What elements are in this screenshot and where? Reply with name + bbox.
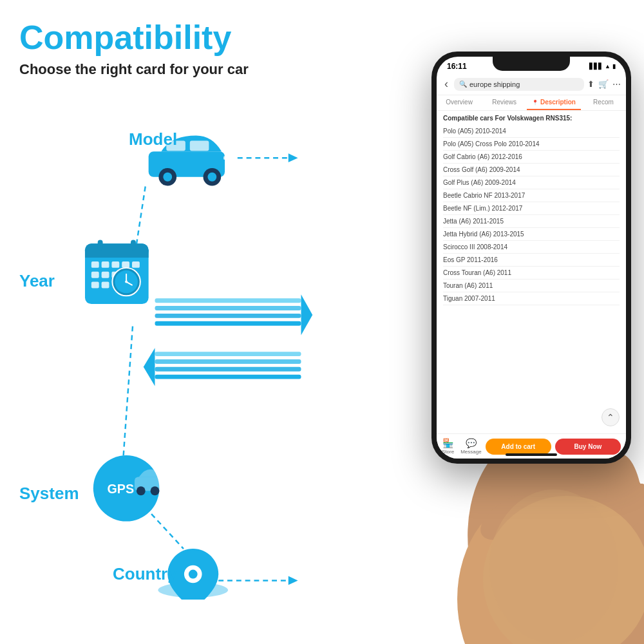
- car-list-title: Compatible cars For Volskwagen RNS315:: [443, 115, 620, 122]
- car-item: Golf Plus (A6) 2009-2014: [443, 176, 620, 189]
- car-item: Jetta Hybrid (A6) 2013-2015: [443, 228, 620, 241]
- status-time: 16:11: [447, 62, 467, 71]
- tab-overview[interactable]: Overview: [437, 95, 482, 110]
- svg-line-1: [123, 327, 133, 460]
- svg-rect-36: [155, 298, 301, 303]
- svg-marker-40: [301, 295, 313, 336]
- svg-line-2: [146, 507, 184, 549]
- svg-rect-15: [85, 244, 149, 305]
- svg-rect-44: [155, 375, 301, 379]
- car-item: Beetle NF (Lim.) 2012-2017: [443, 202, 620, 215]
- svg-point-13: [207, 173, 216, 182]
- svg-point-52: [184, 565, 202, 583]
- svg-rect-27: [111, 272, 119, 278]
- add-to-cart-button[interactable]: Add to cart: [486, 439, 551, 455]
- svg-rect-42: [155, 359, 301, 364]
- back-button[interactable]: ‹: [442, 76, 451, 92]
- store-label: Store: [442, 449, 454, 455]
- svg-marker-45: [144, 348, 155, 386]
- wifi-icon: ▲: [605, 63, 611, 70]
- svg-rect-38: [155, 314, 301, 318]
- svg-rect-22: [111, 261, 119, 268]
- svg-point-35: [125, 281, 128, 283]
- car-list: Compatible cars For Volskwagen RNS315: P…: [437, 111, 626, 422]
- phone-frame: 16:11 ▋▋▋ ▲ ▮ ‹ 🔍 europe shipping ⬆ 🛒 ⋯: [431, 52, 631, 464]
- country-label: Country: [113, 564, 177, 584]
- car-item: Cross Touran (A6) 2011: [443, 267, 620, 279]
- search-bar[interactable]: 🔍 europe shipping: [454, 78, 584, 91]
- svg-rect-14: [223, 156, 230, 160]
- car-item: Polo (A05) Cross Polo 2010-2014: [443, 138, 620, 151]
- page-subtitle: Choose the right card for your car: [19, 61, 361, 78]
- svg-rect-48: [135, 477, 165, 491]
- svg-point-62: [489, 489, 618, 644]
- svg-marker-4: [289, 576, 298, 585]
- svg-text:GPS: GPS: [108, 482, 135, 496]
- store-icon-item[interactable]: 🏪 Store: [442, 438, 454, 455]
- tab-recommend[interactable]: Recom: [581, 95, 626, 110]
- car-item: Eos GP 2011-2016: [443, 254, 620, 267]
- svg-rect-37: [155, 306, 301, 310]
- year-label: Year: [19, 271, 55, 291]
- phone-tabs: Overview Reviews 📍 Description Recom: [437, 95, 626, 111]
- bottom-icons: 🏪 Store 💬 Message: [442, 438, 482, 455]
- tab-reviews[interactable]: Reviews: [482, 95, 527, 110]
- svg-rect-24: [132, 261, 140, 268]
- car-item: Polo (A05) 2010-2014: [443, 125, 620, 138]
- tab-description[interactable]: 📍 Description: [527, 95, 581, 110]
- svg-line-34: [126, 282, 132, 285]
- svg-point-12: [204, 168, 222, 186]
- nav-icons: ⬆ 🛒 ⋯: [587, 79, 621, 89]
- model-label: Model: [129, 129, 177, 149]
- svg-rect-26: [102, 272, 109, 278]
- svg-line-0: [133, 187, 146, 269]
- phone-notch: [493, 57, 570, 71]
- signal-icon: ▋▋▋: [589, 63, 603, 70]
- phone-screen: 16:11 ▋▋▋ ▲ ▮ ‹ 🔍 europe shipping ⬆ 🛒 ⋯: [437, 57, 626, 459]
- car-item: Beetle Cabrio NF 2013-2017: [443, 189, 620, 202]
- phone-container: 16:11 ▋▋▋ ▲ ▮ ‹ 🔍 europe shipping ⬆ 🛒 ⋯: [374, 52, 644, 612]
- search-icon: 🔍: [459, 80, 467, 88]
- svg-rect-28: [122, 272, 129, 278]
- svg-rect-25: [91, 272, 99, 278]
- car-item: Jetta (A6) 2011-2015: [443, 215, 620, 228]
- svg-rect-17: [85, 250, 149, 258]
- svg-rect-19: [131, 240, 136, 251]
- more-icon[interactable]: ⋯: [612, 79, 621, 89]
- message-label: Message: [460, 449, 481, 455]
- message-icon-item[interactable]: 💬 Message: [460, 438, 481, 455]
- svg-rect-43: [155, 367, 301, 372]
- car-item: Touran (A6) 2011: [443, 279, 620, 292]
- svg-marker-6: [289, 153, 298, 162]
- svg-point-49: [137, 487, 146, 496]
- svg-point-32: [115, 270, 138, 294]
- svg-point-50: [151, 487, 160, 496]
- svg-rect-23: [122, 261, 129, 268]
- svg-point-46: [93, 455, 160, 522]
- svg-rect-30: [102, 282, 109, 289]
- scroll-up-button[interactable]: ⌃: [601, 408, 620, 426]
- page-title: Compatibility: [19, 19, 361, 56]
- svg-point-11: [163, 173, 172, 182]
- car-item: Golf Cabrio (A6) 2012-2016: [443, 151, 620, 164]
- system-label: System: [19, 484, 79, 504]
- svg-rect-29: [91, 282, 99, 289]
- svg-rect-41: [155, 352, 301, 356]
- svg-rect-20: [91, 261, 99, 268]
- message-icon: 💬: [466, 438, 477, 448]
- svg-rect-7: [149, 151, 225, 176]
- svg-point-53: [189, 570, 198, 579]
- svg-point-51: [158, 583, 228, 598]
- search-text: europe shipping: [469, 80, 520, 88]
- buy-now-button[interactable]: Buy Now: [555, 439, 621, 455]
- svg-rect-18: [98, 240, 103, 251]
- share-icon[interactable]: ⬆: [587, 79, 594, 89]
- svg-point-10: [158, 168, 176, 186]
- cart-icon[interactable]: 🛒: [598, 79, 609, 89]
- svg-point-31: [112, 268, 140, 296]
- tab-description-dot: 📍: [532, 100, 538, 106]
- left-content: Compatibility Choose the right card for …: [19, 19, 361, 625]
- svg-rect-39: [155, 321, 301, 326]
- battery-icon: ▮: [612, 63, 616, 70]
- car-item: Scirocco III 2008-2014: [443, 241, 620, 254]
